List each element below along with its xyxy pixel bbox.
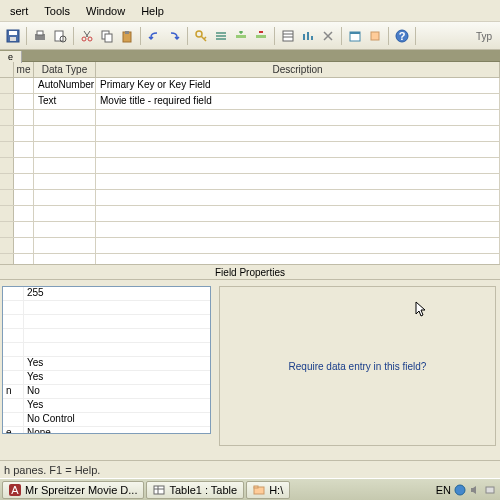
field-properties-header: Field Properties — [0, 264, 500, 280]
svg-rect-1 — [9, 31, 17, 35]
document-tab-strip: e — [0, 50, 500, 62]
svg-rect-10 — [105, 34, 112, 42]
menu-tools[interactable]: Tools — [36, 2, 78, 20]
svg-rect-12 — [125, 31, 129, 34]
paste-icon[interactable] — [118, 26, 136, 46]
help-icon[interactable]: ? — [393, 26, 411, 46]
property-row[interactable]: nNo — [3, 385, 210, 399]
col-header-datatype[interactable]: Data Type — [34, 62, 96, 77]
svg-rect-23 — [350, 32, 360, 34]
rows-icon[interactable] — [212, 26, 230, 46]
grid-row[interactable] — [0, 254, 500, 264]
property-help-text: Require data entry in this field? — [289, 361, 427, 372]
property-help-panel: Require data entry in this field? — [219, 286, 496, 446]
status-bar: h panes. F1 = Help. — [0, 460, 500, 478]
svg-point-7 — [82, 37, 86, 41]
property-row[interactable]: Yes — [3, 371, 210, 385]
property-row[interactable]: No Control — [3, 413, 210, 427]
cut-icon[interactable] — [78, 26, 96, 46]
indexes-icon[interactable] — [299, 26, 317, 46]
property-row[interactable] — [3, 329, 210, 343]
svg-rect-15 — [216, 35, 226, 37]
svg-rect-24 — [371, 32, 379, 40]
builder-icon[interactable] — [319, 26, 337, 46]
svg-rect-29 — [154, 486, 164, 494]
svg-rect-19 — [283, 31, 293, 41]
svg-rect-18 — [256, 35, 266, 38]
svg-rect-35 — [486, 487, 494, 493]
undo-icon[interactable] — [145, 26, 163, 46]
grid-row[interactable] — [0, 222, 500, 238]
preview-icon[interactable] — [51, 26, 69, 46]
col-header-fieldname[interactable]: me — [14, 62, 34, 77]
taskbar-item-explorer[interactable]: H:\ — [246, 481, 290, 499]
svg-point-34 — [455, 485, 465, 495]
language-indicator[interactable]: EN — [436, 484, 451, 496]
toolbar: ? Typ — [0, 22, 500, 50]
menu-insert[interactable]: sert — [2, 2, 36, 20]
svg-rect-33 — [254, 486, 258, 488]
taskbar-item-table[interactable]: Table1 : Table — [146, 481, 244, 499]
grid-row[interactable] — [0, 126, 500, 142]
property-sheet[interactable]: 255YesYesnNoYesNo ControleNone — [2, 286, 211, 434]
menu-bar: sert Tools Window Help — [0, 0, 500, 22]
grid-row[interactable] — [0, 238, 500, 254]
database-window-icon[interactable] — [346, 26, 364, 46]
tray-volume-icon[interactable] — [469, 484, 481, 496]
property-row[interactable]: eNone — [3, 427, 210, 434]
property-row[interactable]: 255 — [3, 287, 210, 301]
svg-rect-16 — [216, 38, 226, 40]
taskbar-item-access[interactable]: A Mr Spreitzer Movie D... — [2, 481, 144, 499]
print-icon[interactable] — [31, 26, 49, 46]
svg-text:?: ? — [399, 30, 406, 42]
svg-rect-2 — [10, 37, 16, 41]
delete-row-icon[interactable] — [252, 26, 270, 46]
svg-point-8 — [88, 37, 92, 41]
save-icon[interactable] — [4, 26, 22, 46]
svg-rect-14 — [216, 32, 226, 34]
key-icon[interactable] — [192, 26, 210, 46]
field-properties-pane: 255YesYesnNoYesNo ControleNone Require d… — [0, 280, 500, 450]
type-help-box: Typ — [476, 30, 494, 42]
grid-row[interactable]: TextMovie title - required field — [0, 94, 500, 110]
grid-row[interactable] — [0, 206, 500, 222]
grid-row[interactable] — [0, 158, 500, 174]
svg-rect-17 — [236, 35, 246, 38]
menu-help[interactable]: Help — [133, 2, 172, 20]
col-header-description[interactable]: Description — [96, 62, 500, 77]
grid-header-row: me Data Type Description — [0, 62, 500, 78]
grid-row[interactable] — [0, 190, 500, 206]
tray-icon-2[interactable] — [484, 484, 496, 496]
grid-row[interactable] — [0, 110, 500, 126]
menu-window[interactable]: Window — [78, 2, 133, 20]
property-row[interactable] — [3, 343, 210, 357]
table-design-grid[interactable]: me Data Type Description AutoNumberPrima… — [0, 62, 500, 264]
svg-rect-4 — [37, 31, 43, 35]
property-row[interactable] — [3, 315, 210, 329]
property-row[interactable]: Yes — [3, 357, 210, 371]
properties-icon[interactable] — [279, 26, 297, 46]
redo-icon[interactable] — [165, 26, 183, 46]
new-object-icon[interactable] — [366, 26, 384, 46]
insert-row-icon[interactable] — [232, 26, 250, 46]
property-row[interactable] — [3, 301, 210, 315]
grid-row[interactable] — [0, 142, 500, 158]
grid-row[interactable]: AutoNumberPrimary Key or Key Field — [0, 78, 500, 94]
system-tray: EN — [436, 484, 498, 496]
grid-row[interactable] — [0, 174, 500, 190]
copy-icon[interactable] — [98, 26, 116, 46]
mouse-cursor-icon — [415, 301, 429, 319]
tray-icon[interactable] — [454, 484, 466, 496]
windows-taskbar: A Mr Spreitzer Movie D... Table1 : Table… — [0, 478, 500, 500]
property-row[interactable]: Yes — [3, 399, 210, 413]
svg-text:A: A — [11, 484, 19, 496]
